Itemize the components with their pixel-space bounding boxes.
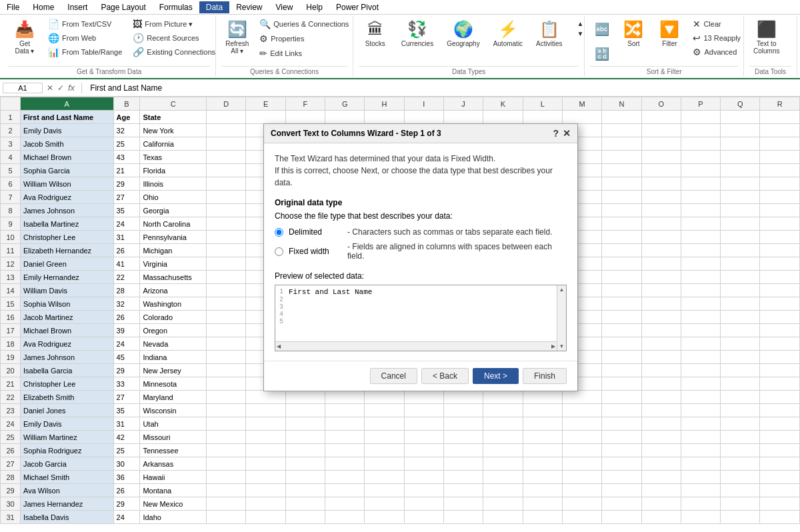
cell-r29-c13[interactable]: [562, 484, 601, 497]
cell-r9-c4[interactable]: [207, 217, 246, 231]
cell-r8-c2[interactable]: 35: [113, 204, 140, 217]
activities-button[interactable]: 📋 Activities: [532, 17, 566, 50]
cell-r25-c2[interactable]: 42: [113, 431, 140, 444]
cell-r15-c18[interactable]: [760, 297, 800, 311]
cell-r17-c4[interactable]: [207, 324, 246, 337]
cell-r26-c2[interactable]: 25: [113, 444, 140, 457]
menu-data[interactable]: Data: [199, 1, 229, 13]
cell-r31-c3[interactable]: Idaho: [140, 511, 207, 524]
cell-r27-c4[interactable]: [207, 457, 246, 471]
cell-r15-c4[interactable]: [207, 297, 246, 311]
automatic-button[interactable]: ⚡ Automatic: [489, 17, 527, 50]
cell-r3-c18[interactable]: [760, 137, 800, 151]
cell-r27-c8[interactable]: [365, 457, 404, 471]
cell-r8-c17[interactable]: [721, 204, 760, 217]
scroll-up-arrow[interactable]: ▲: [557, 285, 566, 294]
cell-r28-c7[interactable]: [325, 471, 365, 484]
menu-file[interactable]: File: [0, 1, 26, 13]
cell-r11-c2[interactable]: 26: [113, 244, 140, 257]
sort-button[interactable]: 🔀 Sort: [617, 17, 650, 50]
cell-r30-c6[interactable]: [285, 497, 325, 511]
cell-r28-c16[interactable]: [681, 471, 720, 484]
cell-r8-c1[interactable]: James Johnson: [21, 204, 114, 217]
cell-r26-c9[interactable]: [404, 444, 443, 457]
cell-r30-c2[interactable]: 29: [113, 497, 140, 511]
menu-page-layout[interactable]: Page Layout: [94, 1, 152, 13]
back-button[interactable]: < Back: [421, 368, 469, 384]
cell-r3-c15[interactable]: [641, 137, 681, 151]
preview-scrollbar-vertical[interactable]: ▲ ▼: [557, 285, 566, 351]
cell-r25-c12[interactable]: [523, 431, 562, 444]
cell-r1-c13[interactable]: [562, 111, 601, 124]
cell-r30-c13[interactable]: [562, 497, 601, 511]
cell-r21-c16[interactable]: [681, 377, 720, 391]
cell-r30-c15[interactable]: [641, 497, 681, 511]
cell-r31-c17[interactable]: [721, 511, 760, 524]
cell-r28-c15[interactable]: [641, 471, 681, 484]
cell-r24-c15[interactable]: [641, 417, 681, 431]
cell-r30-c16[interactable]: [681, 497, 720, 511]
cell-r4-c4[interactable]: [207, 151, 246, 164]
cell-r25-c4[interactable]: [207, 431, 246, 444]
cell-r18-c16[interactable]: [681, 337, 720, 351]
cell-r2-c14[interactable]: [602, 124, 641, 137]
cell-r24-c13[interactable]: [562, 417, 601, 431]
cell-r28-c2[interactable]: 36: [113, 471, 140, 484]
cell-r12-c15[interactable]: [641, 257, 681, 271]
col-header-r[interactable]: R: [760, 97, 800, 111]
cell-r7-c16[interactable]: [681, 191, 720, 204]
get-data-button[interactable]: 📥 GetData ▾: [8, 17, 41, 57]
cell-r13-c17[interactable]: [721, 271, 760, 284]
cell-r19-c3[interactable]: Indiana: [140, 351, 207, 364]
cell-r30-c11[interactable]: [483, 497, 523, 511]
cell-r13-c15[interactable]: [641, 271, 681, 284]
table-row[interactable]: 1First and Last NameAgeState: [1, 111, 800, 124]
cell-r12-c2[interactable]: 41: [113, 257, 140, 271]
cell-r10-c3[interactable]: Pennsylvania: [140, 231, 207, 244]
cell-r30-c12[interactable]: [523, 497, 562, 511]
cell-r23-c9[interactable]: [404, 404, 443, 417]
cell-r14-c14[interactable]: [602, 284, 641, 297]
cell-r29-c11[interactable]: [483, 484, 523, 497]
cell-r5-c17[interactable]: [721, 164, 760, 177]
cell-r1-c2[interactable]: Age: [113, 111, 140, 124]
existing-connections-button[interactable]: 🔗 Existing Connections: [129, 45, 219, 59]
cell-r8-c16[interactable]: [681, 204, 720, 217]
cell-r29-c10[interactable]: [443, 484, 483, 497]
cell-r23-c12[interactable]: [523, 404, 562, 417]
dialog-close-icon[interactable]: ✕: [563, 128, 571, 139]
cell-r30-c7[interactable]: [325, 497, 365, 511]
menu-formulas[interactable]: Formulas: [153, 1, 199, 13]
cell-r22-c1[interactable]: Elizabeth Smith: [21, 391, 114, 404]
cell-r6-c3[interactable]: Illinois: [140, 177, 207, 191]
cell-r6-c4[interactable]: [207, 177, 246, 191]
cell-r29-c7[interactable]: [325, 484, 365, 497]
cell-r29-c5[interactable]: [246, 484, 285, 497]
cell-r3-c4[interactable]: [207, 137, 246, 151]
cell-r2-c4[interactable]: [207, 124, 246, 137]
cell-r31-c1[interactable]: Isabella Davis: [21, 511, 114, 524]
cell-r18-c18[interactable]: [760, 337, 800, 351]
cell-r9-c14[interactable]: [602, 217, 641, 231]
cell-r26-c18[interactable]: [760, 444, 800, 457]
cell-r17-c14[interactable]: [602, 324, 641, 337]
currencies-button[interactable]: 💱 Currencies: [397, 17, 437, 50]
cell-r4-c14[interactable]: [602, 151, 641, 164]
cell-r1-c12[interactable]: [523, 111, 562, 124]
cell-r12-c16[interactable]: [681, 257, 720, 271]
cell-r25-c11[interactable]: [483, 431, 523, 444]
cell-r23-c10[interactable]: [443, 404, 483, 417]
cell-r25-c15[interactable]: [641, 431, 681, 444]
cell-r24-c14[interactable]: [602, 417, 641, 431]
cell-r31-c6[interactable]: [285, 511, 325, 524]
cell-r29-c1[interactable]: Ava Wilson: [21, 484, 114, 497]
cell-r29-c9[interactable]: [404, 484, 443, 497]
cell-r28-c1[interactable]: Michael Smith: [21, 471, 114, 484]
cell-r23-c16[interactable]: [681, 404, 720, 417]
cell-r30-c3[interactable]: New Mexico: [140, 497, 207, 511]
cell-r16-c2[interactable]: 26: [113, 311, 140, 324]
cell-r15-c3[interactable]: Washington: [140, 297, 207, 311]
cell-r25-c3[interactable]: Missouri: [140, 431, 207, 444]
cell-r14-c4[interactable]: [207, 284, 246, 297]
cell-r16-c14[interactable]: [602, 311, 641, 324]
